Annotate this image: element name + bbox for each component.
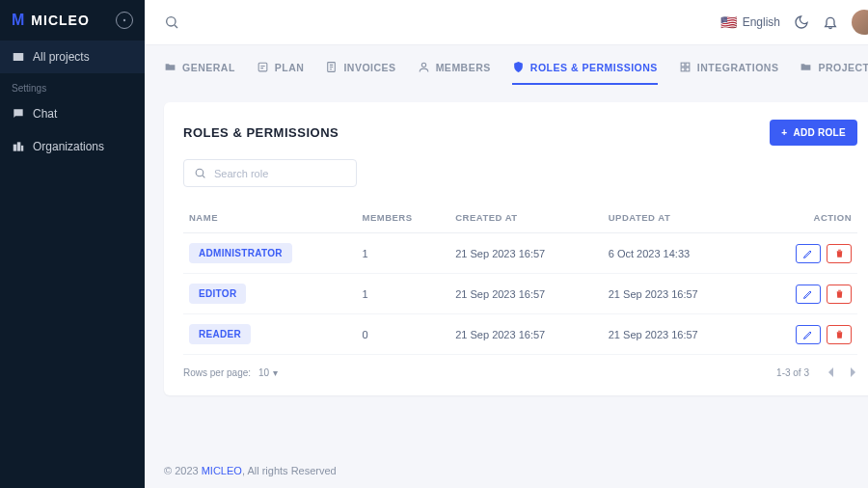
tab-label: PROJECTS: [818, 62, 868, 73]
cell-updated: 21 Sep 2023 16:57: [603, 274, 756, 314]
footer: © 2023 MICLEO, All rights Reserved: [145, 453, 868, 488]
delete-button[interactable]: [827, 325, 852, 344]
sidebar-item-label: All projects: [33, 50, 90, 64]
flag-icon: 🇺🇸: [720, 14, 737, 30]
folder-icon: [800, 61, 812, 73]
prev-page-button[interactable]: [827, 366, 834, 378]
pagination: Rows per page: 10 ▾ 1-3 of 3: [183, 355, 857, 378]
avatar[interactable]: [852, 10, 868, 35]
sidebar-collapse-icon[interactable]: [116, 12, 133, 29]
cell-members: 1: [356, 274, 449, 314]
theme-toggle-icon[interactable]: [794, 14, 809, 30]
col-created[interactable]: CREATED AT: [449, 203, 603, 233]
roles-panel: ROLES & PERMISSIONS + ADD ROLE NA: [164, 102, 868, 395]
sidebar-item-organizations[interactable]: Organizations: [0, 130, 145, 163]
footer-prefix: © 2023: [164, 465, 202, 476]
svg-line-6: [175, 25, 177, 28]
organizations-icon: [12, 140, 25, 153]
sidebar-item-all-projects[interactable]: All projects: [0, 41, 145, 73]
col-action: ACTION: [755, 203, 857, 233]
role-chip[interactable]: EDITOR: [189, 284, 246, 304]
invoices-icon: [325, 61, 338, 73]
rpp-select[interactable]: 10 ▾: [258, 367, 278, 378]
svg-rect-1: [14, 53, 24, 61]
svg-rect-3: [17, 142, 20, 150]
table-row: EDITOR121 Sep 2023 16:5721 Sep 2023 16:5…: [183, 274, 857, 314]
footer-brand-link[interactable]: MICLEO: [202, 465, 242, 476]
tab-plan[interactable]: PLAN: [257, 61, 305, 85]
cell-updated: 21 Sep 2023 16:57: [603, 314, 756, 355]
tab-label: ROLES & PERMISSIONS: [530, 62, 658, 73]
tab-label: INVOICES: [343, 62, 395, 73]
plus-icon: +: [781, 127, 787, 138]
svg-rect-2: [14, 145, 17, 151]
panel-title: ROLES & PERMISSIONS: [183, 125, 339, 140]
next-page-button[interactable]: [850, 366, 857, 378]
role-chip[interactable]: ADMINISTRATOR: [189, 243, 292, 263]
tab-label: INTEGRATIONS: [697, 62, 779, 73]
folder-icon: [164, 61, 176, 73]
svg-rect-10: [681, 63, 685, 67]
cell-created: 21 Sep 2023 16:57: [449, 314, 603, 355]
main-area: 🇺🇸 English GENERAL PLAN: [145, 0, 868, 488]
table-row: ADMINISTRATOR121 Sep 2023 16:576 Oct 202…: [183, 233, 857, 274]
cell-created: 21 Sep 2023 16:57: [449, 233, 603, 274]
notifications-icon[interactable]: [823, 14, 838, 30]
language-selector[interactable]: 🇺🇸 English: [720, 14, 780, 30]
cell-created: 21 Sep 2023 16:57: [449, 274, 603, 314]
search-icon: [194, 167, 206, 179]
svg-point-0: [123, 19, 125, 21]
tab-invoices[interactable]: INVOICES: [325, 61, 395, 85]
sidebar-item-label: Organizations: [33, 140, 104, 153]
tabs: GENERAL PLAN INVOICES MEMBERS ROLES & PE…: [145, 45, 868, 85]
col-members[interactable]: MEMBERS: [356, 203, 449, 233]
col-name[interactable]: NAME: [183, 203, 356, 233]
sidebar-item-chat[interactable]: Chat: [0, 97, 145, 130]
cell-updated: 6 Oct 2023 14:33: [603, 233, 756, 274]
tab-projects[interactable]: PROJECTS: [800, 61, 868, 85]
svg-line-15: [203, 176, 204, 177]
topbar: 🇺🇸 English: [145, 0, 868, 45]
role-chip[interactable]: READER: [189, 324, 251, 344]
logo-mark: M: [12, 12, 25, 29]
svg-point-9: [421, 63, 425, 67]
brand-logo[interactable]: M MICLEO: [12, 12, 90, 29]
tab-label: GENERAL: [182, 62, 235, 73]
add-role-label: ADD ROLE: [793, 127, 846, 138]
edit-button[interactable]: [796, 325, 821, 344]
footer-suffix: , All rights Reserved: [242, 465, 337, 476]
tab-integrations[interactable]: INTEGRATIONS: [679, 61, 779, 85]
brand-name: MICLEO: [31, 13, 89, 28]
svg-rect-13: [686, 68, 690, 71]
col-updated[interactable]: UPDATED AT: [603, 203, 756, 233]
edit-button[interactable]: [796, 285, 821, 304]
sidebar-item-label: Chat: [33, 107, 57, 121]
members-icon: [418, 61, 430, 73]
svg-point-14: [196, 169, 203, 176]
plan-icon: [257, 61, 269, 73]
chat-icon: [12, 107, 25, 121]
search-icon[interactable]: [164, 14, 179, 30]
delete-button[interactable]: [827, 244, 852, 263]
rpp-value: 10: [258, 367, 269, 378]
table-row: READER021 Sep 2023 16:5721 Sep 2023 16:5…: [183, 314, 857, 355]
shield-icon: [512, 61, 525, 73]
edit-button[interactable]: [796, 244, 821, 263]
svg-rect-12: [681, 68, 685, 71]
page-range: 1-3 of 3: [776, 367, 809, 378]
svg-point-5: [167, 17, 176, 26]
add-role-button[interactable]: + ADD ROLE: [770, 120, 857, 146]
tab-label: PLAN: [275, 62, 305, 73]
svg-rect-4: [21, 146, 23, 151]
integrations-icon: [679, 61, 692, 73]
brand-area: M MICLEO: [0, 0, 145, 41]
cell-members: 0: [356, 314, 449, 355]
delete-button[interactable]: [827, 285, 852, 304]
tab-general[interactable]: GENERAL: [164, 61, 235, 85]
tab-roles-permissions[interactable]: ROLES & PERMISSIONS: [512, 61, 658, 85]
search-input[interactable]: [214, 168, 346, 179]
tab-members[interactable]: MEMBERS: [418, 61, 491, 85]
sidebar: M MICLEO All projects Settings Chat Orga…: [0, 0, 145, 488]
search-wrap[interactable]: [183, 159, 357, 187]
tab-label: MEMBERS: [436, 62, 491, 73]
